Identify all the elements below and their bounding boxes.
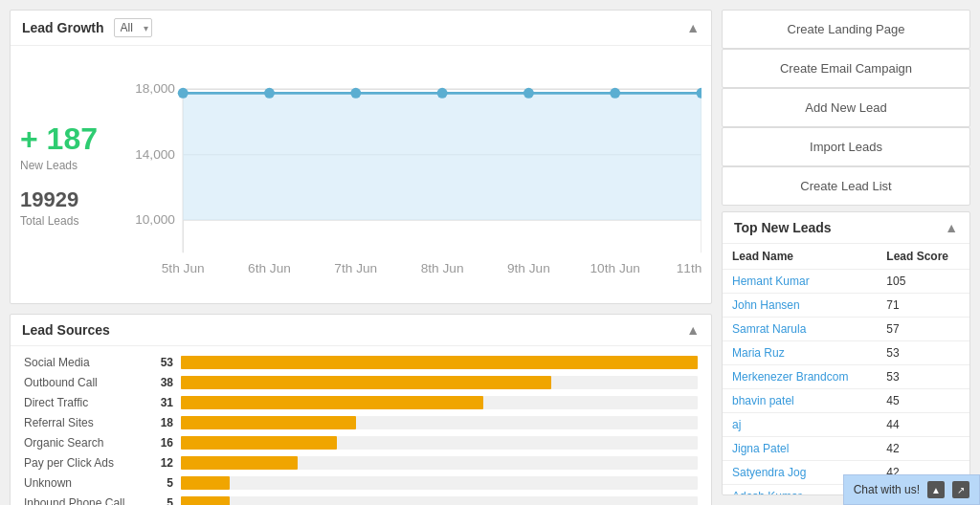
source-row: Direct Traffic31 — [24, 396, 698, 409]
source-value: 12 — [146, 456, 173, 470]
lead-name-link[interactable]: John Hansen — [732, 298, 800, 312]
top-leads-title: Top New Leads — [734, 220, 832, 235]
lead-sources-header: Lead Sources ▲ — [11, 315, 711, 346]
bar-fill — [181, 356, 698, 369]
bar-bg — [181, 396, 698, 409]
svg-text:8th Jun: 8th Jun — [421, 261, 464, 275]
action-buttons: Create Landing PageCreate Email Campaign… — [722, 10, 970, 206]
source-row: Pay per Click Ads12 — [24, 456, 698, 470]
add-new-lead-button[interactable]: Add New Lead — [722, 88, 970, 127]
lead-score: 53 — [877, 341, 969, 365]
table-row: John Hansen71 — [723, 294, 969, 318]
source-name: Pay per Click Ads — [24, 456, 139, 470]
new-leads-prefix: + — [20, 121, 47, 156]
chat-widget[interactable]: Chat with us! ▲ ↗ — [843, 474, 980, 505]
import-leads-button[interactable]: Import Leads — [722, 127, 970, 166]
create-lead-list-button[interactable]: Create Lead List — [722, 166, 970, 206]
svg-text:10th Jun: 10th Jun — [590, 261, 639, 275]
svg-point-13 — [523, 88, 534, 99]
lead-name-link[interactable]: Merkenezer Brandcom — [732, 370, 848, 384]
source-value: 31 — [146, 396, 173, 409]
source-value: 38 — [146, 376, 173, 389]
table-row: Jigna Patel42 — [723, 437, 969, 461]
lead-growth-header: Lead Growth All ▲ — [11, 11, 711, 46]
source-name: Direct Traffic — [24, 396, 139, 409]
lead-sources-title: Lead Sources — [22, 322, 110, 338]
total-leads-stat: 19929 Total Leads — [20, 187, 125, 228]
top-leads-table-wrapper: Lead Name Lead Score Hemant Kumar105John… — [723, 244, 969, 495]
lead-name-link[interactable]: Satyendra Jog — [732, 466, 806, 479]
new-leads-number: 187 — [47, 121, 98, 156]
bar-bg — [181, 416, 698, 429]
bar-fill — [181, 476, 230, 490]
lead-name-link[interactable]: Adesh Kumar — [732, 490, 802, 495]
top-leads-table: Lead Name Lead Score Hemant Kumar105John… — [723, 244, 969, 495]
lead-score: 44 — [877, 413, 969, 437]
lead-growth-content: + 187 New Leads 19929 Total Leads 18,000… — [11, 46, 711, 302]
source-value: 16 — [146, 436, 173, 450]
bar-bg — [181, 456, 698, 470]
lead-sources-panel: Lead Sources ▲ Social Media53Outbound Ca… — [10, 314, 712, 505]
lead-name-link[interactable]: Hemant Kumar — [732, 274, 810, 288]
source-name: Inbound Phone Call — [24, 496, 139, 505]
lead-name-link[interactable]: Jigna Patel — [732, 442, 789, 455]
filter-select-wrapper[interactable]: All — [114, 18, 152, 37]
bar-fill — [181, 416, 356, 429]
source-row: Outbound Call38 — [24, 376, 698, 389]
svg-text:10,000: 10,000 — [135, 212, 175, 227]
table-row: bhavin patel45 — [723, 389, 969, 413]
lead-growth-collapse-btn[interactable]: ▲ — [686, 20, 700, 35]
bar-fill — [181, 456, 298, 470]
chat-expand-icon[interactable]: ▲ — [927, 481, 945, 498]
create-landing-page-button[interactable]: Create Landing Page — [722, 10, 970, 49]
top-leads-panel: Top New Leads ▲ Lead Name Lead Score Hem… — [722, 211, 970, 495]
source-value: 53 — [146, 356, 173, 369]
source-value: 5 — [146, 476, 173, 490]
lead-name-link[interactable]: Samrat Narula — [732, 322, 806, 336]
new-leads-value: + 187 — [20, 121, 125, 157]
chat-external-icon[interactable]: ↗ — [952, 481, 969, 498]
lead-score: 53 — [877, 365, 969, 389]
chart-svg: 18,000 14,000 10,000 — [125, 55, 702, 293]
leads-table-body: Hemant Kumar105John Hansen71Samrat Narul… — [723, 270, 969, 496]
source-name: Organic Search — [24, 436, 139, 450]
new-leads-label: New Leads — [20, 159, 125, 172]
lead-name-link[interactable]: bhavin patel — [732, 394, 794, 407]
lead-stats: + 187 New Leads 19929 Total Leads — [20, 55, 125, 293]
table-row: Merkenezer Brandcom53 — [723, 365, 969, 389]
bar-bg — [181, 496, 698, 505]
svg-text:7th Jun: 7th Jun — [334, 261, 377, 275]
lead-name-link[interactable]: aj — [732, 418, 741, 431]
source-row: Organic Search16 — [24, 436, 698, 450]
total-leads-value: 19929 — [20, 187, 125, 212]
bar-bg — [181, 436, 698, 450]
svg-text:6th Jun: 6th Jun — [248, 261, 291, 275]
lead-sources-collapse-btn[interactable]: ▲ — [686, 322, 700, 338]
svg-text:18,000: 18,000 — [135, 81, 175, 96]
filter-select[interactable]: All — [114, 18, 152, 37]
svg-text:11th Jun: 11th Jun — [677, 261, 702, 275]
new-leads-stat: + 187 New Leads — [20, 121, 125, 172]
lead-score: 45 — [877, 389, 969, 413]
create-email-campaign-button[interactable]: Create Email Campaign — [722, 49, 970, 88]
source-name: Referral Sites — [24, 416, 139, 429]
lead-name-link[interactable]: Maria Ruz — [732, 346, 785, 360]
chat-label: Chat with us! — [854, 483, 920, 496]
top-leads-header: Top New Leads ▲ — [723, 212, 969, 244]
source-row: Unknown5 — [24, 476, 698, 490]
svg-point-9 — [178, 88, 189, 99]
source-value: 18 — [146, 416, 173, 429]
table-row: Samrat Narula57 — [723, 318, 969, 341]
svg-point-14 — [610, 88, 620, 99]
table-row: Hemant Kumar105 — [723, 270, 969, 294]
source-name: Social Media — [24, 356, 139, 369]
source-row: Referral Sites18 — [24, 416, 698, 429]
col-lead-score-header: Lead Score — [877, 244, 969, 270]
source-row: Inbound Phone Call5 — [24, 496, 698, 505]
bar-fill — [181, 376, 551, 389]
sources-list: Social Media53Outbound Call38Direct Traf… — [24, 356, 698, 505]
lead-score: 57 — [877, 318, 969, 341]
bar-bg — [181, 376, 698, 389]
total-leads-label: Total Leads — [20, 214, 125, 228]
top-leads-collapse-btn[interactable]: ▲ — [945, 220, 958, 235]
